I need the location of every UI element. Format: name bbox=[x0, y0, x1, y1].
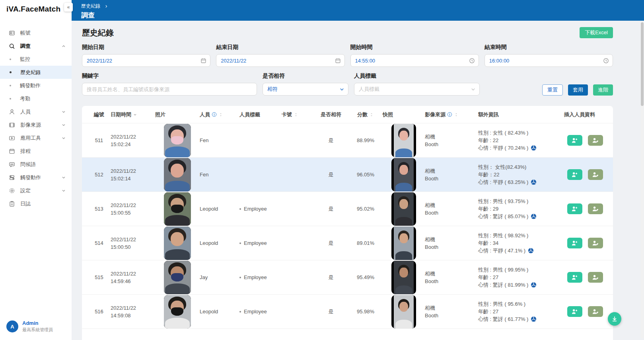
end-time-input[interactable] bbox=[489, 58, 601, 64]
chevron-down-icon bbox=[61, 123, 66, 127]
sidebar-item-monitoring[interactable]: 監控 bbox=[0, 53, 72, 66]
person-icon bbox=[9, 109, 15, 115]
edit-person-button[interactable] bbox=[588, 238, 603, 248]
cell-id: 512 bbox=[88, 172, 111, 178]
person-photo[interactable] bbox=[164, 192, 191, 226]
sidebar-item-logs[interactable]: 日誌 bbox=[0, 197, 72, 210]
info-icon[interactable] bbox=[212, 112, 217, 117]
sidebar-item-accounts[interactable]: 帳號 bbox=[0, 26, 72, 39]
history-table: 編號日期時間照片人員人員標籤卡號是否相符分數快照影像來源額外資訊插入人員資料 5… bbox=[82, 106, 613, 340]
sidebar-item-history[interactable]: 歷史紀錄 bbox=[0, 66, 72, 79]
sidebar-item-settings[interactable]: 設定 bbox=[0, 184, 72, 197]
extra-info-line: 心情 : 驚訝 ( 85.07% ) bbox=[478, 213, 564, 220]
page-scrollbar[interactable] bbox=[641, 21, 644, 338]
advanced-button[interactable]: 進階 bbox=[593, 84, 613, 96]
sidebar-item-video-sources[interactable]: 影像來源 bbox=[0, 118, 72, 131]
reset-button[interactable]: 重置 bbox=[542, 84, 563, 96]
add-person-button[interactable] bbox=[567, 169, 582, 180]
table-row[interactable]: 5152022/11/2214:59:46JayEmployee是95.49%相… bbox=[82, 260, 613, 295]
apply-button[interactable]: 套用 bbox=[568, 84, 588, 96]
cell-score: 95.98% bbox=[348, 309, 383, 315]
table-row[interactable]: 5122022/11/2215:02:14Fen是96.05%相機Booth性別… bbox=[82, 158, 613, 192]
person-photo[interactable] bbox=[164, 227, 191, 260]
snapshot-photo[interactable] bbox=[391, 192, 416, 226]
column-header-source[interactable]: 影像來源 bbox=[425, 111, 478, 118]
chevron-down-icon bbox=[61, 188, 66, 193]
extra-info-line: 性別 : 男性 ( 99.95% ) bbox=[478, 266, 564, 274]
calendar-icon[interactable] bbox=[200, 58, 206, 64]
cell-match: 是 bbox=[313, 240, 348, 247]
sidebar-item-attendance[interactable]: 考勤 bbox=[0, 92, 72, 105]
start-time-input[interactable] bbox=[355, 58, 467, 64]
calendar-icon[interactable] bbox=[335, 58, 341, 64]
bullet-icon bbox=[10, 98, 11, 100]
person-photo[interactable] bbox=[164, 124, 191, 157]
add-person-button[interactable] bbox=[567, 135, 582, 146]
table-row[interactable]: 5162022/11/2214:59:08LeopoldEmployee是95.… bbox=[82, 295, 613, 329]
snapshot-photo[interactable] bbox=[391, 227, 416, 260]
edit-person-button[interactable] bbox=[588, 135, 603, 146]
extra-info-line: 心情 : 驚訝 ( 61.77% ) bbox=[478, 315, 564, 323]
sort-down-icon[interactable] bbox=[133, 112, 137, 117]
info-icon[interactable] bbox=[447, 112, 452, 117]
breadcrumb-item[interactable]: 歷史紀錄 bbox=[81, 3, 100, 10]
edit-person-button[interactable] bbox=[588, 272, 603, 283]
start-date-input[interactable] bbox=[87, 58, 198, 64]
column-header-card[interactable]: 卡號 bbox=[282, 111, 313, 118]
column-header-tags: 人員標籤 bbox=[239, 111, 282, 118]
add-person-button[interactable] bbox=[567, 203, 582, 214]
sort-carets-icon[interactable] bbox=[454, 112, 459, 117]
sidebar-item-app-tools[interactable]: 應用工具 bbox=[0, 131, 72, 145]
cell-source: 相機Booth bbox=[425, 236, 478, 251]
sidebar-item-trigger-actions-main[interactable]: 觸發動作 bbox=[0, 171, 72, 184]
start-time-field: 開始時間 bbox=[350, 44, 479, 67]
add-person-button[interactable] bbox=[567, 272, 582, 283]
sort-carets-icon[interactable] bbox=[218, 112, 223, 117]
sidebar-item-schedule[interactable]: 排程 bbox=[0, 145, 72, 158]
sort-carets-icon[interactable] bbox=[294, 112, 298, 117]
person-photo[interactable] bbox=[164, 261, 191, 294]
sidebar-collapse-button[interactable]: « bbox=[64, 3, 73, 12]
emotion-pie-icon bbox=[531, 213, 537, 219]
scrollbar-thumb[interactable] bbox=[641, 22, 644, 106]
cell-person: Leopold bbox=[200, 240, 239, 246]
snapshot-photo[interactable] bbox=[391, 295, 416, 328]
tags-select[interactable]: 人員標籤 bbox=[354, 83, 480, 96]
table-row[interactable]: 5142022/11/2215:00:50LeopoldEmployee是89.… bbox=[82, 226, 613, 260]
add-person-button[interactable] bbox=[567, 238, 582, 248]
edit-person-button[interactable] bbox=[588, 169, 603, 180]
sidebar-item-trigger-actions[interactable]: 觸發動作 bbox=[0, 79, 72, 92]
edit-person-button[interactable] bbox=[588, 306, 603, 317]
sidebar-item-personnel[interactable]: 人員 bbox=[0, 105, 72, 118]
sidebar-item-greetings[interactable]: 問候語 bbox=[0, 158, 72, 171]
person-add-icon bbox=[571, 171, 578, 178]
table-row[interactable]: 5132022/11/2215:00:55LeopoldEmployee是95.… bbox=[82, 192, 613, 226]
person-photo[interactable] bbox=[164, 158, 191, 191]
cell-extra: 性別 : 男性 ( 98.92% )年齡 : 34心情 : 平靜 ( 47.1%… bbox=[478, 232, 564, 254]
snapshot-photo[interactable] bbox=[391, 124, 416, 157]
edit-person-button[interactable] bbox=[588, 203, 603, 214]
column-label: 影像來源 bbox=[425, 111, 446, 118]
sort-carets-icon[interactable] bbox=[369, 112, 374, 117]
clock-icon[interactable] bbox=[469, 58, 475, 64]
snapshot-photo[interactable] bbox=[391, 261, 416, 294]
column-header-datetime[interactable]: 日期時間 bbox=[111, 111, 155, 118]
add-person-button[interactable] bbox=[567, 306, 582, 317]
table-row[interactable]: 5112022/11/2215:02:24Fen是88.99%相機Booth性別… bbox=[82, 123, 613, 158]
cell-actions bbox=[564, 203, 613, 214]
user-block[interactable]: A Admin 最高系統管理員 bbox=[0, 320, 72, 340]
download-excel-button[interactable]: 下載Excel bbox=[580, 27, 613, 38]
clock-icon[interactable] bbox=[603, 58, 609, 64]
person-photo[interactable] bbox=[164, 295, 191, 328]
table-header-row: 編號日期時間照片人員人員標籤卡號是否相符分數快照影像來源額外資訊插入人員資料 bbox=[82, 106, 613, 123]
column-header-person[interactable]: 人員 bbox=[200, 111, 239, 118]
cell-datetime: 2022/11/2214:59:08 bbox=[111, 304, 155, 319]
sidebar-item-investigation[interactable]: 調查 bbox=[0, 39, 72, 53]
keyword-input[interactable] bbox=[87, 86, 252, 92]
snapshot-photo[interactable] bbox=[391, 158, 416, 191]
start-date-label: 開始日期 bbox=[82, 44, 210, 51]
end-date-input[interactable] bbox=[221, 58, 332, 64]
match-select[interactable]: 相符 bbox=[263, 83, 348, 96]
column-header-score[interactable]: 分數 bbox=[348, 111, 383, 118]
scroll-download-fab[interactable] bbox=[608, 312, 621, 326]
